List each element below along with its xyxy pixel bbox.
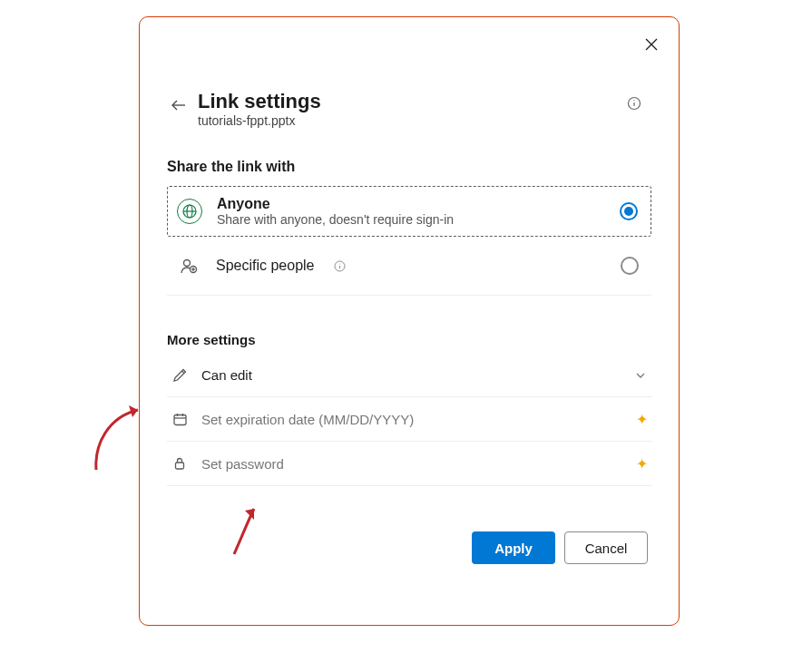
close-icon	[644, 37, 659, 52]
chevron-down-icon	[635, 368, 648, 381]
svg-rect-17	[174, 414, 186, 424]
anyone-sub: Share with anyone, doesn't require sign-…	[217, 212, 454, 227]
radio-unselected[interactable]	[621, 257, 639, 275]
cancel-button[interactable]: Cancel	[564, 531, 648, 564]
expiration-placeholder: Set expiration date (MM/DD/YYYY)	[201, 412, 414, 427]
link-settings-dialog: Link settings tutorials-fppt.pptx Share …	[139, 16, 680, 626]
premium-sparkle-icon: ✦	[636, 455, 648, 473]
info-icon	[627, 96, 641, 111]
specific-info-button[interactable]	[333, 259, 347, 273]
share-option-anyone[interactable]: Anyone Share with anyone, doesn't requir…	[167, 186, 651, 237]
svg-marker-22	[129, 405, 138, 417]
anyone-label: Anyone	[217, 196, 454, 212]
svg-point-15	[339, 263, 340, 264]
dialog-header: Link settings tutorials-fppt.pptx	[167, 90, 651, 128]
people-icon	[176, 253, 201, 278]
svg-point-9	[184, 260, 191, 267]
anyone-text: Anyone Share with anyone, doesn't requir…	[217, 196, 454, 227]
more-settings-title: More settings	[167, 332, 651, 347]
premium-sparkle-icon: ✦	[636, 411, 648, 428]
password-placeholder: Set password	[201, 456, 284, 472]
back-button[interactable]	[169, 95, 189, 115]
can-edit-label: Can edit	[201, 367, 252, 383]
password-row[interactable]: Set password ✦	[167, 442, 651, 486]
info-button[interactable]	[626, 95, 642, 112]
apply-button[interactable]: Apply	[472, 531, 555, 564]
svg-rect-21	[176, 463, 184, 469]
dialog-title: Link settings	[198, 90, 651, 113]
globe-icon	[177, 199, 202, 224]
button-row: Apply Cancel	[167, 531, 651, 564]
can-edit-row[interactable]: Can edit	[167, 353, 651, 397]
calendar-icon	[171, 410, 189, 428]
close-button[interactable]	[641, 34, 662, 55]
radio-selected[interactable]	[620, 202, 638, 220]
title-block: Link settings tutorials-fppt.pptx	[198, 90, 651, 128]
lock-icon	[171, 454, 189, 473]
arrow-left-icon	[170, 96, 188, 114]
share-option-specific[interactable]: Specific people	[167, 237, 651, 296]
specific-label: Specific people	[216, 258, 315, 274]
svg-point-5	[633, 100, 634, 101]
expiration-row[interactable]: Set expiration date (MM/DD/YYYY) ✦	[167, 397, 651, 442]
filename: tutorials-fppt.pptx	[198, 113, 651, 128]
info-icon	[334, 260, 346, 272]
share-section-title: Share the link with	[167, 159, 651, 175]
svg-line-16	[181, 371, 184, 374]
pencil-icon	[171, 365, 189, 384]
